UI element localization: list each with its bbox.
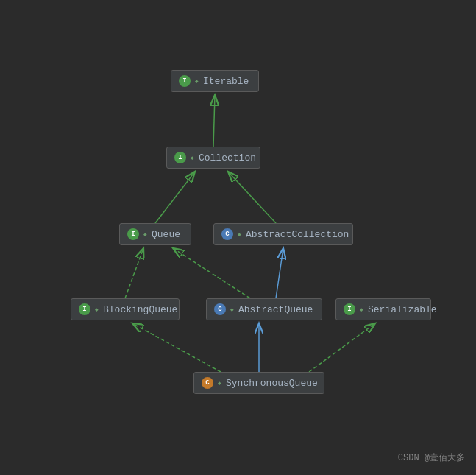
svg-line-5 <box>228 172 276 223</box>
icon-queue: I <box>127 228 139 240</box>
icon-blockingqueue: I <box>79 303 90 315</box>
icon-collection: I <box>174 152 186 163</box>
watermark: CSDN @壹佰大多 <box>398 451 465 464</box>
icon-serializable: I <box>344 303 355 315</box>
svg-line-9 <box>132 323 221 372</box>
icon-abstractcollection: C <box>221 228 233 240</box>
label-blockingqueue: BlockingQueue <box>103 304 177 315</box>
label-serializable: Serializable <box>368 304 437 315</box>
label-abstractqueue: AbstractQueue <box>238 304 313 315</box>
label-iterable: Iterable <box>203 76 249 87</box>
node-abstractqueue[interactable]: C ⬥ AbstractQueue <box>206 298 322 320</box>
label-abstractcollection: AbstractCollection <box>246 229 349 240</box>
svg-line-7 <box>173 248 250 298</box>
icon-iterable: I <box>179 75 191 87</box>
node-synchronousqueue[interactable]: C ⬥ SynchronousQueue <box>193 372 324 394</box>
label-queue: Queue <box>152 229 180 240</box>
node-blockingqueue[interactable]: I ⬥ BlockingQueue <box>71 298 180 320</box>
label-synchronousqueue: SynchronousQueue <box>226 378 318 389</box>
svg-line-4 <box>155 172 195 223</box>
icon-abstractqueue: C <box>214 303 226 315</box>
svg-line-8 <box>276 248 283 298</box>
node-serializable[interactable]: I ⬥ Serializable <box>335 298 431 320</box>
svg-line-11 <box>309 323 375 372</box>
label-collection: Collection <box>199 152 256 163</box>
node-queue[interactable]: I ⬥ Queue <box>119 223 191 245</box>
diagram-container: I ⬥ Iterable I ⬥ Collection I ⬥ Queue C … <box>0 0 476 475</box>
node-abstractcollection[interactable]: C ⬥ AbstractCollection <box>213 223 353 245</box>
node-iterable[interactable]: I ⬥ Iterable <box>171 70 259 92</box>
svg-line-6 <box>125 248 143 298</box>
svg-line-3 <box>213 95 215 147</box>
icon-synchronousqueue: C <box>202 377 213 389</box>
node-collection[interactable]: I ⬥ Collection <box>166 147 260 169</box>
